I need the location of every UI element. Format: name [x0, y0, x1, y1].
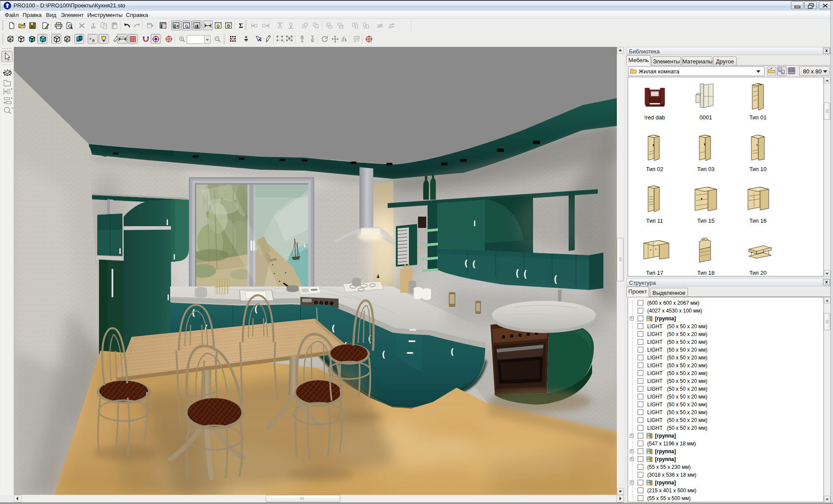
- svg-text:Σ: Σ: [239, 22, 243, 29]
- svg-text:a: a: [89, 36, 91, 40]
- svg-text:a: a: [779, 69, 781, 72]
- svg-text:a: a: [782, 71, 784, 74]
- svg-text:a: a: [92, 36, 95, 43]
